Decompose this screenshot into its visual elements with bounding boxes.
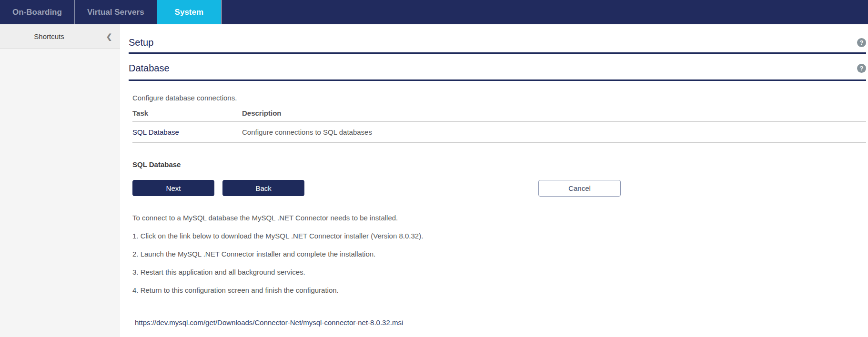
sidebar-title: Shortcuts: [0, 32, 98, 40]
database-section-body: Configure database connections. Task Des…: [129, 94, 866, 327]
main-content: Setup ? Database ? Configure database co…: [120, 24, 868, 337]
database-title: Database: [129, 63, 170, 74]
shortcuts-sidebar: Shortcuts ❮: [0, 24, 120, 337]
setup-section-header: Setup ?: [129, 37, 866, 54]
instruction-step-1: 1. Click on the link below to download t…: [132, 232, 866, 240]
chevron-left-icon[interactable]: ❮: [98, 32, 120, 41]
instruction-intro: To connect to a MySQL database the MySQL…: [132, 214, 866, 222]
connector-download-link[interactable]: https://dev.mysql.com/get/Downloads/Conn…: [135, 318, 403, 327]
database-intro-text: Configure database connections.: [132, 94, 866, 102]
wizard-button-row: Next Back Cancel: [132, 180, 866, 197]
instruction-step-4: 4. Return to this configuration screen a…: [132, 286, 866, 295]
task-description: Configure connections to SQL databases: [242, 122, 866, 143]
top-navigation: On-Boarding Virtual Servers System: [0, 0, 868, 24]
instruction-step-3: 3. Restart this application and all back…: [132, 268, 866, 277]
database-section-header: Database ?: [129, 63, 866, 81]
help-icon[interactable]: ?: [857, 64, 866, 73]
sidebar-header: Shortcuts ❮: [0, 24, 120, 49]
task-table: Task Description SQL Database Configure …: [132, 108, 866, 143]
column-header-description: Description: [242, 108, 866, 122]
next-button[interactable]: Next: [132, 180, 214, 196]
cancel-button[interactable]: Cancel: [538, 180, 621, 197]
tab-on-boarding[interactable]: On-Boarding: [0, 0, 75, 24]
instruction-step-2: 2. Launch the MySQL .NET Connector insta…: [132, 250, 866, 258]
setup-title: Setup: [129, 37, 153, 48]
tab-system[interactable]: System: [157, 0, 222, 24]
back-button[interactable]: Back: [222, 180, 304, 196]
column-header-task: Task: [132, 108, 242, 122]
page-layout: Shortcuts ❮ Setup ? Database ? Configure…: [0, 24, 868, 337]
tab-virtual-servers[interactable]: Virtual Servers: [75, 0, 157, 24]
sql-database-link[interactable]: SQL Database: [132, 128, 179, 136]
task-table-header-row: Task Description: [132, 108, 866, 122]
table-row: SQL Database Configure connections to SQ…: [132, 122, 866, 143]
help-icon[interactable]: ?: [857, 38, 866, 47]
sql-database-wizard-title: SQL Database: [132, 160, 866, 168]
